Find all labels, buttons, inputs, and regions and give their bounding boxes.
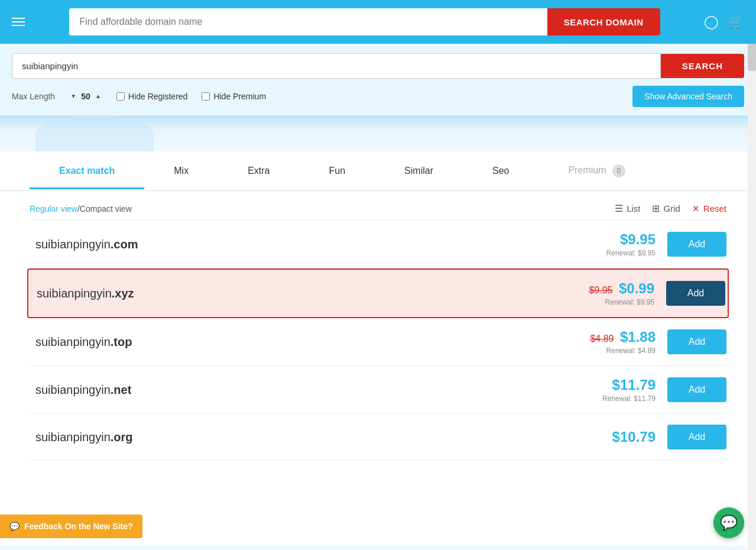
price-info-xyz: $9.95 $0.99 Renewal: $9.95 xyxy=(589,280,654,306)
price-info-top: $4.89 $1.88 Renewal: $4.89 xyxy=(590,329,656,355)
search-domain-button[interactable]: SEARCH DOMAIN xyxy=(547,8,660,35)
tab-fun[interactable]: Fun xyxy=(300,153,375,189)
hide-premium-checkbox[interactable] xyxy=(202,92,210,101)
chat-button[interactable]: 💬 xyxy=(713,507,744,538)
domain-price-area-xyz: $9.95 $0.99 Renewal: $9.95 Add xyxy=(548,280,725,306)
header-left xyxy=(12,18,25,26)
compact-view-label[interactable]: Compact view xyxy=(80,204,132,213)
domain-row-xyz: suibianpingyin.xyz $9.95 $0.99 Renewal: … xyxy=(27,268,729,318)
domain-price-area-com: $9.95 Renewal: $9.95 Add xyxy=(549,231,726,257)
add-button-net[interactable]: Add xyxy=(667,377,726,402)
list-icon: ☰ xyxy=(615,203,623,214)
renewal-text-xyz: Renewal: $9.95 xyxy=(589,298,654,306)
view-controls: Regular view/Compact view ☰ List ⊞ Grid … xyxy=(30,191,726,221)
sub-search-input[interactable]: suibianpingyin xyxy=(12,53,661,79)
bg-decoration xyxy=(0,116,756,151)
list-view-button[interactable]: ☰ List xyxy=(615,203,640,214)
domain-name-net: suibianpingyin.net xyxy=(30,383,549,397)
domain-name-com: suibianpingyin.com xyxy=(30,238,549,251)
scrollbar-track[interactable] xyxy=(748,0,756,546)
hide-premium-label[interactable]: Hide Premium xyxy=(202,92,266,101)
cart-icon[interactable]: 🛒 xyxy=(728,14,744,30)
price-sale-xyz: $0.99 xyxy=(619,280,654,296)
search-button[interactable]: SEARCH xyxy=(661,54,744,78)
domain-row: suibianpingyin.com $9.95 Renewal: $9.95 … xyxy=(30,221,726,268)
max-length-value: 50 xyxy=(80,92,92,101)
price-sale-top: $1.88 xyxy=(620,329,656,345)
header: SEARCH DOMAIN ◯ 🛒 xyxy=(0,0,756,44)
add-button-top[interactable]: Add xyxy=(667,329,726,354)
hide-registered-checkbox[interactable] xyxy=(116,92,125,101)
max-length-increase[interactable]: ▲ xyxy=(94,93,102,99)
reset-x-icon: ✕ xyxy=(692,203,700,214)
domain-price-area-top: $4.89 $1.88 Renewal: $4.89 Add xyxy=(549,329,726,355)
tab-mix[interactable]: Mix xyxy=(144,153,218,189)
price-main-com: $9.95 xyxy=(606,231,656,248)
domain-row-top: suibianpingyin.top $4.89 $1.88 Renewal: … xyxy=(30,318,726,366)
regular-view-label[interactable]: Regular view xyxy=(30,204,77,213)
price-old-xyz: $9.95 xyxy=(589,285,612,295)
hamburger-icon[interactable] xyxy=(12,18,25,26)
feedback-button[interactable]: 💬 Feedback On the New Site? xyxy=(0,515,142,538)
domain-row-net: suibianpingyin.net $11.79 Renewal: $11.7… xyxy=(30,366,726,414)
sub-search-options: Max Length ▼ 50 ▲ Hide Registered Hide P… xyxy=(12,86,744,107)
chat-icon: 💬 xyxy=(720,515,738,531)
domain-row-org: suibianpingyin.org $10.79 Add xyxy=(30,414,726,461)
domain-name-top: suibianpingyin.top xyxy=(30,335,549,349)
renewal-text-com: Renewal: $9.95 xyxy=(606,249,656,257)
tab-exact-match[interactable]: Exact match xyxy=(30,153,144,189)
add-button-com[interactable]: Add xyxy=(667,232,726,257)
sub-search-area: suibianpingyin SEARCH Max Length ▼ 50 ▲ … xyxy=(0,44,756,116)
add-button-xyz[interactable]: Add xyxy=(666,281,725,306)
grid-view-button[interactable]: ⊞ Grid xyxy=(652,203,680,214)
advanced-search-button[interactable]: Show Advanced Search xyxy=(632,86,744,107)
tab-seo[interactable]: Seo xyxy=(463,153,538,189)
price-row-xyz: $9.95 $0.99 xyxy=(589,280,654,297)
header-right: ◯ 🛒 xyxy=(704,14,744,30)
view-right: ☰ List ⊞ Grid ✕ Reset xyxy=(615,203,726,214)
domain-name-org: suibianpingyin.org xyxy=(30,431,549,444)
tab-similar[interactable]: Similar xyxy=(375,153,463,189)
price-main-org: $10.79 xyxy=(612,429,656,445)
tab-premium[interactable]: Premium 0 xyxy=(538,151,654,190)
domain-price-area-org: $10.79 Add xyxy=(549,425,726,449)
price-info-net: $11.79 Renewal: $11.79 xyxy=(602,377,656,403)
price-info-org: $10.79 xyxy=(612,429,656,445)
hide-registered-label[interactable]: Hide Registered xyxy=(116,92,187,101)
results-area: Regular view/Compact view ☰ List ⊞ Grid … xyxy=(0,191,756,546)
main-search-input[interactable] xyxy=(69,8,547,35)
price-row-top: $4.89 $1.88 xyxy=(590,329,656,345)
main-search-bar: SEARCH DOMAIN xyxy=(69,8,660,35)
price-info-com: $9.95 Renewal: $9.95 xyxy=(606,231,656,257)
price-main-net: $11.79 xyxy=(602,377,656,393)
feedback-chat-icon: 💬 xyxy=(9,522,20,531)
grid-icon: ⊞ xyxy=(652,203,660,214)
tab-extra[interactable]: Extra xyxy=(218,153,299,189)
domain-name-xyz: suibianpingyin.xyz xyxy=(31,287,548,300)
domain-price-area-net: $11.79 Renewal: $11.79 Add xyxy=(549,377,726,403)
price-old-top: $4.89 xyxy=(590,334,614,344)
max-length-label: Max Length xyxy=(12,92,55,101)
add-button-org[interactable]: Add xyxy=(667,425,726,449)
reset-button[interactable]: ✕ Reset xyxy=(692,203,726,214)
tabs-section: Exact match Mix Extra Fun Similar Seo Pr… xyxy=(0,151,756,191)
user-icon[interactable]: ◯ xyxy=(704,14,719,30)
renewal-text-net: Renewal: $11.79 xyxy=(602,394,656,403)
sub-search-bar: suibianpingyin SEARCH xyxy=(12,53,744,79)
renewal-text-top: Renewal: $4.89 xyxy=(590,347,656,355)
view-toggle: Regular view/Compact view xyxy=(30,204,132,213)
max-length-decrease[interactable]: ▼ xyxy=(69,93,77,99)
tabs-container: Exact match Mix Extra Fun Similar Seo Pr… xyxy=(30,151,726,190)
premium-badge: 0 xyxy=(612,164,625,177)
max-length-controls: ▼ 50 ▲ xyxy=(69,92,102,101)
